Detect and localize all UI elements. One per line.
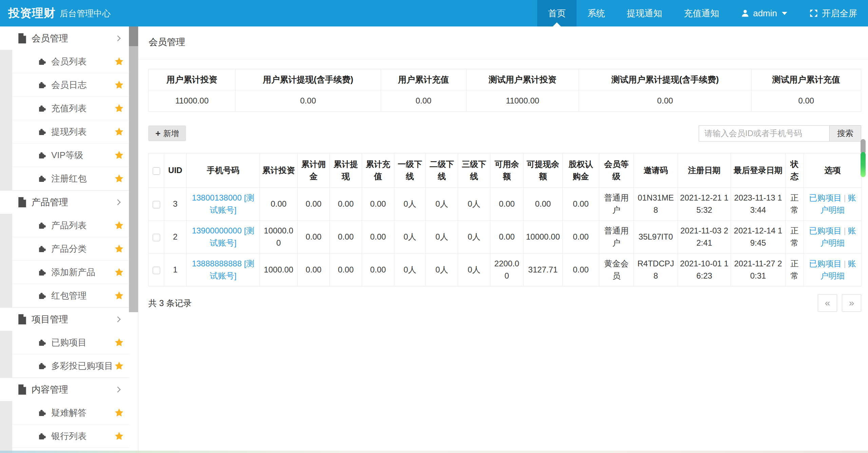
table-row: 3 13800138000 [测试账号] 0.00 0.00 0.00 0.00… [149,188,862,221]
cell-options: 已购项目|账户明细 [804,188,862,221]
sidebar-item-add-product[interactable]: 添加新产品 [12,261,129,284]
star-icon[interactable] [114,174,124,183]
cell-withdraw: 0.00 [330,221,362,253]
cell-withdrawable: 10000.00 [524,221,563,253]
stats-value: 0.00 [381,90,466,112]
cell-uid: 3 [164,188,187,221]
sidebar-group-project-mgmt[interactable]: 项目管理 [0,307,129,331]
sidebar-item-duocaitou-projects[interactable]: 多彩投已购项目 [12,354,129,378]
app-title: 投资理财 [8,5,56,21]
search-box: 搜索 [699,125,861,141]
sidebar-item-product-category[interactable]: 产品分类 [12,237,129,261]
next-page-button[interactable]: » [842,294,861,312]
table-row: 1 13888888888 [测试账号] 1000.00 0.00 0.00 0… [149,253,862,286]
sidebar-group-content-mgmt[interactable]: 内容管理 [0,378,129,401]
puzzle-icon [38,221,46,230]
chevron-right-icon [115,35,121,41]
header-invest: 累计投资 [260,153,298,188]
search-button[interactable]: 搜索 [829,125,861,141]
cell-last-login: 2021-12-14 19:45 [731,221,786,253]
header-reg-date: 注册日期 [678,153,731,188]
select-all-checkbox[interactable] [153,167,160,175]
cell-level: 普通用户 [599,221,634,253]
sidebar-item-member-list[interactable]: 会员列表 [12,50,129,73]
app-subtitle: 后台管理中心 [60,8,111,19]
sidebar-scrollbar[interactable] [129,26,138,312]
sidebar-item-withdraw-list[interactable]: 提现列表 [12,120,129,144]
row-checkbox[interactable] [153,267,160,274]
star-icon[interactable] [114,244,124,253]
cell-line1: 0人 [394,253,426,286]
star-icon[interactable] [114,338,124,347]
sidebar-item-bank-list[interactable]: 银行列表 [12,424,129,448]
nav-item-user-menu[interactable]: admin [730,0,798,26]
phone-link[interactable]: 13800138000 [测试账号] [192,193,254,214]
header-select-all [149,153,164,188]
nav-item-fullscreen[interactable]: 开启全屏 [798,0,868,26]
sidebar-item-purchased-projects[interactable]: 已购项目 [12,331,129,354]
sidebar-item-recharge-list[interactable]: 充值列表 [12,97,129,120]
cell-status: 正常 [786,253,804,286]
add-button[interactable]: + 新增 [148,126,186,141]
cell-commission: 0.00 [298,188,330,221]
sidebar-item-vip-level[interactable]: VIP等级 [12,144,129,167]
cell-select [149,253,164,286]
star-icon[interactable] [114,127,124,136]
cell-line3: 0人 [458,188,490,221]
star-icon[interactable] [114,291,124,300]
record-count: 共 3 条记录 [148,298,192,309]
nav-item-system[interactable]: 系统 [577,0,616,26]
cell-reg-date: 2021-11-03 22:41 [678,221,731,253]
purchased-projects-link[interactable]: 已购项目 [809,226,842,235]
nav-item-withdraw-notice[interactable]: 提现通知 [616,0,673,26]
star-icon[interactable] [114,361,124,371]
purchased-projects-link[interactable]: 已购项目 [809,259,842,268]
star-icon[interactable] [114,57,124,66]
sidebar-children: 会员列表 会员日志 充值列表 提现列表 VIP等级 [0,50,129,190]
header-options: 选项 [804,153,862,188]
sidebar-group-product-mgmt[interactable]: 产品管理 [0,190,129,214]
nav-item-home[interactable]: 首页 [537,0,577,26]
purchased-projects-link[interactable]: 已购项目 [809,193,842,202]
row-checkbox[interactable] [153,201,160,208]
member-table: UID 手机号码 累计投资 累计佣金 累计提现 累计充值 一级下线 二级下线 三… [148,153,862,286]
sidebar-item-register-redpacket[interactable]: 注册红包 [12,167,129,190]
horizontal-scrollbar[interactable] [0,451,868,453]
star-icon[interactable] [114,221,124,230]
cell-invite-code: 35L97IT0 [634,221,678,253]
page-scrollbar-thumb-green[interactable] [861,152,866,177]
nav-item-recharge-notice[interactable]: 充值通知 [673,0,730,26]
star-icon[interactable] [114,150,124,160]
sidebar-item-member-log[interactable]: 会员日志 [12,73,129,97]
header-line3: 三级下线 [458,153,490,188]
sidebar-item-redpacket-mgmt[interactable]: 红包管理 [12,284,129,307]
prev-page-button[interactable]: « [818,294,837,312]
star-icon[interactable] [114,103,124,113]
header-level: 会员等级 [599,153,634,188]
sidebar-scrollbar-thumb[interactable] [129,26,138,46]
row-checkbox[interactable] [153,234,160,241]
star-icon[interactable] [114,80,124,90]
sidebar-item-faq[interactable]: 疑难解答 [12,401,129,424]
header-line2: 二级下线 [426,153,458,188]
star-icon[interactable] [114,408,124,417]
cell-reg-date: 2021-10-01 16:23 [678,253,731,286]
sidebar-item-product-list[interactable]: 产品列表 [12,214,129,237]
main-content: 会员管理 用户累计投资 用户累计提现(含手续费) 用户累计充值 测试用户累计投资… [138,26,868,453]
phone-link[interactable]: 13888888888 [测试账号] [192,259,254,280]
header-uid: UID [164,153,187,188]
header-last-login: 最后登录日期 [731,153,786,188]
stats-table: 用户累计投资 用户累计提现(含手续费) 用户累计充值 测试用户累计投资 测试用户… [148,69,861,112]
phone-link[interactable]: 13900000000 [测试账号] [192,226,254,247]
pagination: « » [818,294,861,312]
header-line1: 一级下线 [394,153,426,188]
caret-down-icon [782,12,787,15]
star-icon[interactable] [114,431,124,441]
header-commission: 累计佣金 [298,153,330,188]
star-icon[interactable] [114,267,124,277]
cell-line3: 0人 [458,253,490,286]
sidebar-group-member-mgmt[interactable]: 会员管理 [0,26,129,50]
puzzle-icon [38,245,46,253]
page-header: 会员管理 [138,26,868,59]
search-input[interactable] [699,125,829,141]
